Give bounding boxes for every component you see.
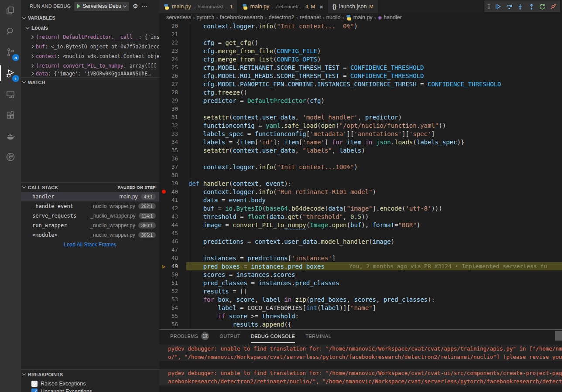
line-number[interactable]: 53 — [168, 296, 178, 303]
gear-icon[interactable]: ⚙ — [133, 3, 138, 9]
line-number[interactable]: 40 — [168, 188, 178, 195]
code-line[interactable]: 46 predictions = context.user_data.model… — [159, 237, 562, 245]
breakpoint-icon[interactable] — [162, 190, 166, 194]
console-filter-box[interactable] — [555, 331, 562, 341]
line-number[interactable]: 47 — [168, 246, 178, 253]
launch-config-dropdown[interactable]: Serverless Debu — [74, 2, 129, 11]
glyph-margin[interactable] — [159, 190, 168, 194]
breadcrumb-item[interactable]: nuclio — [326, 14, 341, 20]
code-line[interactable]: 31 setattr(context.user_data, 'model_han… — [159, 113, 562, 121]
tab-main-py-retinanet[interactable]: main.py .../retinanet/... 4, M × — [238, 0, 328, 13]
code-line[interactable]: 41 data = event.body — [159, 196, 562, 204]
console-entry[interactable]: pydev debugger: unable to find translati… — [159, 344, 562, 361]
code-line[interactable]: 33 labels_spec = functionconfig['metadat… — [159, 130, 562, 138]
line-number[interactable]: 33 — [168, 130, 178, 137]
code-line[interactable]: 35 setattr(context.user_data, "labels", … — [159, 146, 562, 154]
code-line[interactable]: 47 — [159, 245, 562, 254]
code-line[interactable]: 27 cfg.MODEL.PANOPTIC_FPN.COMBINE.INSTAN… — [159, 80, 562, 88]
breakpoint-item[interactable]: Uncaught Exceptions — [21, 389, 159, 392]
variables-header[interactable]: VARIABLES — [21, 12, 159, 24]
line-number[interactable]: 52 — [168, 288, 178, 294]
code-line[interactable]: 51 pred_classes = instances.pred_classes — [159, 279, 562, 287]
search-icon[interactable] — [0, 21, 21, 42]
step-out-button[interactable] — [526, 1, 536, 12]
line-number[interactable]: 39 — [168, 180, 178, 187]
code-line[interactable]: 43 threshold = float(data.get("threshold… — [159, 212, 562, 221]
callstack-frame[interactable]: _handle_event_nuclio_wrapper.py262:1 — [21, 201, 159, 211]
line-number[interactable]: 44 — [168, 222, 178, 228]
glyph-margin[interactable]: ▷ — [159, 263, 168, 269]
callstack-frame[interactable]: run_wrapper_nuclio_wrapper.py360:1 — [21, 221, 159, 230]
panel-tab-debug-console[interactable]: DEBUG CONSOLE — [251, 330, 295, 343]
code-line[interactable]: 30 — [159, 105, 562, 113]
breakpoint-checkbox[interactable] — [31, 389, 38, 392]
line-number[interactable]: 27 — [168, 81, 178, 87]
line-number[interactable]: 45 — [168, 230, 178, 236]
code-line[interactable]: 54 label = COCO_CATEGORIES[int(label)]["… — [159, 303, 562, 312]
line-number[interactable]: 55 — [168, 313, 178, 319]
toolbar-drag-handle[interactable]: ⣿ — [486, 5, 492, 8]
step-into-button[interactable] — [515, 1, 525, 12]
code-line[interactable]: 39def handler(context, event): — [159, 179, 562, 187]
continue-button[interactable] — [493, 1, 503, 12]
line-number[interactable]: 26 — [168, 72, 178, 79]
line-number[interactable]: 35 — [168, 147, 178, 153]
code-line[interactable]: 24 cfg.merge_from_list(CONFIG_OPTS) — [159, 55, 562, 63]
breadcrumb-item[interactable]: detectron2 — [268, 14, 294, 20]
tab-main-py-siammask[interactable]: main.py .../siammask/... 1 — [159, 0, 238, 13]
docker-icon[interactable] — [0, 126, 21, 147]
code-line[interactable]: 21 — [159, 30, 562, 38]
breadcrumb-item[interactable]: ◈handler — [378, 14, 402, 20]
line-number[interactable]: 29 — [168, 97, 178, 104]
breakpoint-item[interactable]: Raised Exceptions — [21, 379, 159, 389]
breadcrumb-item[interactable]: serverless — [166, 14, 191, 20]
breadcrumb-item[interactable]: pytorch — [196, 14, 214, 20]
code-line[interactable]: 25 cfg.MODEL.RETINANET.SCORE_THRESH_TEST… — [159, 63, 562, 72]
line-number[interactable]: 30 — [168, 106, 178, 112]
watch-header[interactable]: WATCH — [21, 77, 159, 87]
explorer-icon[interactable] — [0, 0, 21, 21]
code-line[interactable]: 53 for box, score, label in zip(pred_box… — [159, 295, 562, 303]
callstack-frame[interactable]: <module>_nuclio_wrapper.py366:1 — [21, 230, 159, 240]
panel-tab-terminal[interactable]: TERMINAL — [305, 330, 331, 343]
code-line[interactable]: 36 — [159, 154, 562, 163]
callstack-frame[interactable]: handlermain.py49:1 — [21, 192, 159, 201]
line-number[interactable]: 25 — [168, 64, 178, 71]
variable-row[interactable]: buf: <_io.BytesIO object at 0x7f5a2dc1ec… — [21, 42, 159, 51]
extensions-icon[interactable] — [0, 105, 21, 126]
breadcrumb-item[interactable]: main.py — [346, 14, 373, 20]
line-number[interactable]: 31 — [168, 114, 178, 120]
disconnect-button[interactable] — [548, 1, 559, 12]
breakpoints-header[interactable]: BREAKPOINTS — [21, 369, 159, 379]
code-editor[interactable]: 20 context.logger.info("Init context... … — [159, 22, 562, 329]
callstack-frame[interactable]: serve_requests_nuclio_wrapper.py114:1 — [21, 211, 159, 221]
panel-tab-output[interactable]: OUTPUT — [219, 330, 240, 343]
tab-launch-json[interactable]: {} launch.json M — [328, 0, 378, 13]
start-debug-icon[interactable] — [77, 4, 80, 8]
code-line[interactable]: 23 cfg.merge_from_file(CONFIG_FILE) — [159, 47, 562, 55]
variable-row[interactable]: data: {'image': 'iVBORw0KGgoAAAANSUhE… — [21, 71, 159, 77]
line-number[interactable]: 28 — [168, 89, 178, 95]
variable-row[interactable]: (return) convert_PIL_to_numpy: array([[[… — [21, 61, 159, 71]
step-over-button[interactable] — [504, 1, 514, 12]
line-number[interactable]: 46 — [168, 238, 178, 245]
line-number[interactable]: 54 — [168, 304, 178, 311]
code-line[interactable]: 34 labels = {item['id']: item['name'] fo… — [159, 138, 562, 146]
panel-tab-problems[interactable]: PROBLEMS12 — [170, 330, 209, 343]
run-and-debug-icon[interactable]: 1 — [0, 63, 21, 84]
breakpoint-checkbox[interactable] — [31, 381, 38, 387]
code-line[interactable]: 52 results = [] — [159, 287, 562, 295]
code-line[interactable]: 26 cfg.MODEL.ROI_HEADS.SCORE_THRESH_TEST… — [159, 72, 562, 80]
source-control-icon[interactable]: 8 — [0, 42, 21, 63]
git-graph-icon[interactable] — [0, 147, 21, 167]
load-all-stack-frames-link[interactable]: Load All Stack Frames — [21, 240, 159, 249]
line-number[interactable]: 51 — [168, 280, 178, 286]
breadcrumb-item[interactable]: facebookresearch — [220, 14, 263, 20]
line-number[interactable]: 21 — [168, 31, 178, 37]
line-number[interactable]: 41 — [168, 197, 178, 203]
line-number[interactable]: 37 — [168, 164, 178, 170]
line-number[interactable]: 42 — [168, 205, 178, 211]
code-line[interactable]: 50 scores = instances.scores — [159, 270, 562, 279]
code-line[interactable]: 37 context.logger.info("Init context...1… — [159, 163, 562, 171]
line-number[interactable]: 50 — [168, 271, 178, 278]
